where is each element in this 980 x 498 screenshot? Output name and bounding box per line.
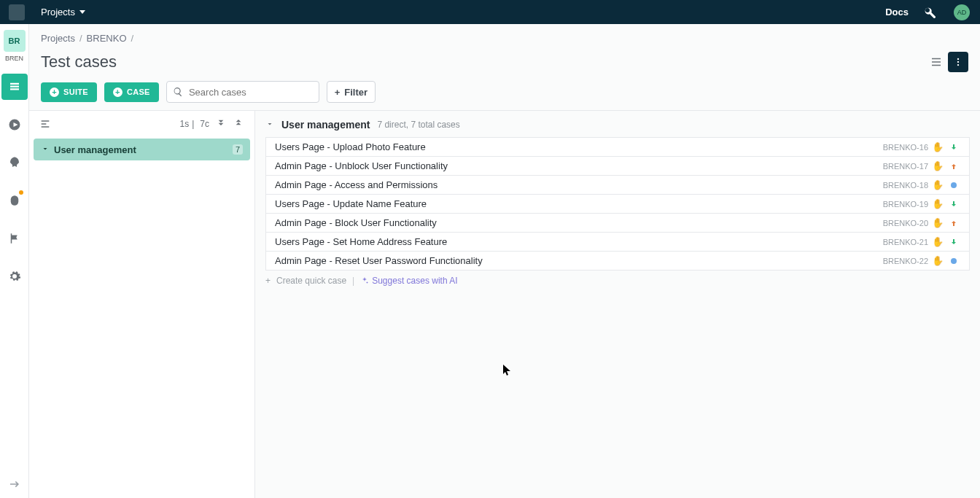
hand-icon: ✋ <box>928 198 947 209</box>
chevron-down-icon[interactable] <box>265 118 274 131</box>
case-title: Users Page - Upload Photo Feature <box>275 141 871 152</box>
breadcrumb-projects[interactable]: Projects <box>41 33 75 44</box>
case-row[interactable]: Users Page - Upload Photo FeatureBRENKO-… <box>265 137 970 157</box>
breadcrumb-separator: / <box>131 33 134 44</box>
avatar[interactable]: AD <box>954 4 970 20</box>
hand-icon: ✋ <box>928 217 947 228</box>
tree-structure-icon[interactable] <box>39 118 51 130</box>
suite-tree-panel: 1s | 7c User management 7 <box>29 111 255 498</box>
suggest-ai-label: Suggest cases with AI <box>372 276 457 286</box>
svg-point-0 <box>957 58 959 60</box>
priority-icon <box>947 162 960 171</box>
rail-runs-icon[interactable] <box>1 112 28 138</box>
suite-count-label: 1s <box>180 119 190 129</box>
plus-icon: + <box>335 87 341 98</box>
search-icon <box>173 86 183 98</box>
hand-icon: ✋ <box>928 255 947 266</box>
plus-circle-icon: + <box>113 87 122 97</box>
docs-link[interactable]: Docs <box>885 7 909 17</box>
toolbar: + SUITE + CASE + Filter <box>29 74 980 110</box>
logo-square[interactable] <box>9 4 25 20</box>
rail-defects-icon[interactable] <box>1 187 28 214</box>
main-area: Projects / BRENKO / Test cases + SUITE +… <box>29 24 980 498</box>
rail-settings-icon[interactable] <box>1 263 28 289</box>
tree-view-icon[interactable] <box>925 50 948 74</box>
expand-all-icon[interactable] <box>215 117 227 131</box>
chevron-down-icon <box>41 144 54 155</box>
notification-dot-icon <box>19 190 23 195</box>
plus-icon: + <box>265 276 271 286</box>
priority-icon <box>947 219 960 227</box>
case-id: BRENKO-20 <box>871 219 928 227</box>
add-case-button[interactable]: + CASE <box>104 82 159 102</box>
priority-icon <box>947 258 960 264</box>
suite-item-count: 7 <box>233 144 243 155</box>
case-title: Users Page - Update Name Feature <box>275 198 871 209</box>
case-id: BRENKO-16 <box>871 143 928 152</box>
rail-flag-icon[interactable] <box>1 225 28 252</box>
suite-item-user-management[interactable]: User management 7 <box>34 139 250 160</box>
page-title: Test cases <box>41 52 117 71</box>
rail-rocket-icon[interactable] <box>1 149 28 176</box>
more-actions-button[interactable] <box>948 52 968 72</box>
case-id: BRENKO-19 <box>871 200 928 209</box>
hand-icon: ✋ <box>928 141 947 152</box>
cases-panel: User management 7 direct, 7 total cases … <box>255 111 980 498</box>
case-title: Admin Page - Unblock User Functionality <box>275 160 871 171</box>
hand-icon: ✋ <box>928 179 947 190</box>
case-title: Admin Page - Reset User Password Functio… <box>275 255 871 266</box>
priority-icon <box>947 182 960 188</box>
add-case-label: CASE <box>127 87 150 96</box>
case-count-label: 7c <box>200 119 209 129</box>
case-title: Admin Page - Access and Permissions <box>275 179 871 190</box>
case-row[interactable]: Users Page - Update Name FeatureBRENKO-1… <box>265 194 970 214</box>
collapse-all-icon[interactable] <box>233 117 244 131</box>
project-badge[interactable]: BR <box>4 30 26 52</box>
breadcrumb-separator: / <box>79 33 82 44</box>
case-id: BRENKO-18 <box>871 181 928 190</box>
case-title: Admin Page - Block User Functionality <box>275 217 871 228</box>
wrench-icon[interactable] <box>923 6 936 19</box>
section-header: User management 7 direct, 7 total cases <box>265 118 970 131</box>
search-input[interactable] <box>187 86 313 98</box>
left-rail: BR BREN <box>0 24 29 498</box>
svg-point-2 <box>957 64 959 66</box>
rail-repository-icon[interactable] <box>1 74 28 100</box>
projects-label: Projects <box>41 7 75 17</box>
filter-button[interactable]: + Filter <box>327 81 376 103</box>
sparkle-icon <box>360 276 369 285</box>
add-suite-label: SUITE <box>63 87 88 96</box>
case-row[interactable]: Admin Page - Unblock User FunctionalityB… <box>265 156 970 176</box>
case-row[interactable]: Admin Page - Reset User Password Functio… <box>265 251 970 271</box>
tree-toolbar: 1s | 7c <box>29 111 254 137</box>
section-title: User management <box>281 119 370 131</box>
hand-icon: ✋ <box>928 236 947 247</box>
create-quick-case-link[interactable]: Create quick case <box>276 276 346 286</box>
case-row[interactable]: Users Page - Set Home Address FeatureBRE… <box>265 232 970 252</box>
suggest-ai-link[interactable]: Suggest cases with AI <box>360 276 457 286</box>
section-subtitle: 7 direct, 7 total cases <box>377 120 459 130</box>
case-row[interactable]: Admin Page - Block User FunctionalityBRE… <box>265 213 970 233</box>
svg-point-1 <box>957 61 959 63</box>
chevron-down-icon <box>79 10 85 14</box>
plus-circle-icon: + <box>50 87 59 97</box>
case-list: Users Page - Upload Photo FeatureBRENKO-… <box>265 137 970 271</box>
search-box[interactable] <box>166 81 319 103</box>
breadcrumb-project[interactable]: BRENKO <box>87 33 127 44</box>
hand-icon: ✋ <box>928 160 947 171</box>
case-id: BRENKO-17 <box>871 162 928 171</box>
topbar: Projects Docs AD <box>0 0 980 24</box>
priority-icon <box>947 200 960 209</box>
add-suite-button[interactable]: + SUITE <box>41 82 97 102</box>
case-id: BRENKO-22 <box>871 257 928 265</box>
case-row[interactable]: Admin Page - Access and PermissionsBRENK… <box>265 175 970 195</box>
rail-collapse-button[interactable] <box>8 478 21 491</box>
breadcrumb: Projects / BRENKO / <box>29 24 980 46</box>
case-id: BRENKO-21 <box>871 238 928 246</box>
project-short-label: BREN <box>5 55 23 62</box>
create-line: + Create quick case | Suggest cases with… <box>265 276 970 286</box>
priority-icon <box>947 143 960 152</box>
projects-dropdown[interactable]: Projects <box>41 7 85 17</box>
priority-icon <box>947 238 960 246</box>
filter-label: Filter <box>344 87 368 98</box>
